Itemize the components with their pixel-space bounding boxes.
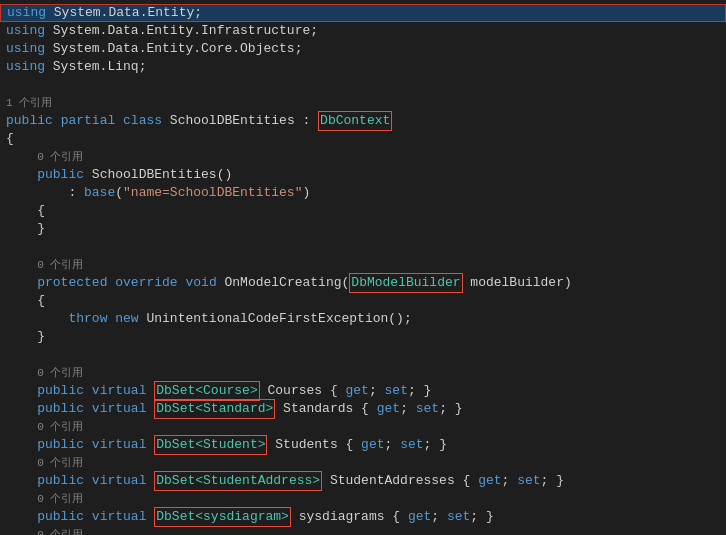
ref-count-7: 0 个引用 [0, 490, 726, 508]
keyword-using: using [6, 58, 45, 76]
dbset-standard: DbSet<Standard> [154, 399, 275, 419]
code-line-blank2 [0, 238, 726, 256]
ref-count-6: 0 个引用 [0, 454, 726, 472]
keyword-using: using [7, 4, 46, 22]
ref-count-5: 0 个引用 [0, 418, 726, 436]
code-line-onmodelcreating: protected override void OnModelCreating(… [0, 274, 726, 292]
ref-count-8: 0 个引用 [0, 526, 726, 535]
dbcontext-type: DbContext [318, 111, 392, 131]
ref-count-1: 1 个引用 [0, 94, 726, 112]
code-line-ctor-open: { [0, 202, 726, 220]
code-line-method-close: } [0, 328, 726, 346]
dbset-student: DbSet<Student> [154, 435, 267, 455]
ref-count-4: 0 个引用 [0, 364, 726, 382]
code-editor[interactable]: using System.Data.Entity; using System.D… [0, 0, 726, 535]
code-line-blank1 [0, 76, 726, 94]
ref-count-2: 0 个引用 [0, 148, 726, 166]
dbset-course: DbSet<Course> [154, 381, 259, 401]
code-line-sysdiagrams: public virtual DbSet<sysdiagram> sysdiag… [0, 508, 726, 526]
dbset-sysdiagram: DbSet<sysdiagram> [154, 507, 291, 527]
code-line-2: using System.Data.Entity.Infrastructure; [0, 22, 726, 40]
ref-count-3: 0 个引用 [0, 256, 726, 274]
code-line-courses: public virtual DbSet<Course> Courses { g… [0, 382, 726, 400]
code-line-ctor-close: } [0, 220, 726, 238]
dbset-studentaddress: DbSet<StudentAddress> [154, 471, 322, 491]
code-line-standards: public virtual DbSet<Standard> Standards… [0, 400, 726, 418]
keyword-using: using [6, 22, 45, 40]
code-line-1: using System.Data.Entity; [0, 4, 726, 22]
code-line-method-open: { [0, 292, 726, 310]
keyword-using: using [6, 40, 45, 58]
code-line-throw: throw new UnintentionalCodeFirstExceptio… [0, 310, 726, 328]
code-line-open-brace: { [0, 130, 726, 148]
code-line-4: using System.Linq; [0, 58, 726, 76]
code-line-class: public partial class SchoolDBEntities : … [0, 112, 726, 130]
code-line-blank3 [0, 346, 726, 364]
code-line-constructor: public SchoolDBEntities() [0, 166, 726, 184]
dbmodelbuilder-type: DbModelBuilder [349, 273, 462, 293]
code-line-3: using System.Data.Entity.Core.Objects; [0, 40, 726, 58]
code-line-studentaddresses: public virtual DbSet<StudentAddress> Stu… [0, 472, 726, 490]
code-line-base: : base ( "name=SchoolDBEntities" ) [0, 184, 726, 202]
code-line-students: public virtual DbSet<Student> Students {… [0, 436, 726, 454]
